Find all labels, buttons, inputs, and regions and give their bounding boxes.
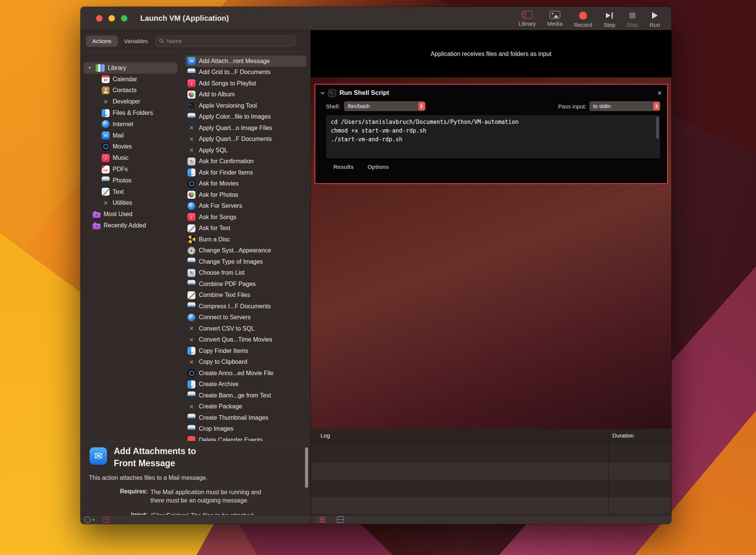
action-item-label: Ask for Photos [199,192,238,198]
sidebar-item-mail[interactable]: Mail [84,130,177,141]
library-footer: ··· ▾ [81,515,310,524]
collapse-chevron-icon[interactable] [321,92,325,94]
script-scrollbar[interactable] [656,117,659,139]
toolbar-label: Stop [627,22,638,28]
action-item-ask-for-servers[interactable]: Ask For Servers [185,201,306,212]
sidebar-item-movies[interactable]: Movies [84,141,177,153]
mail-icon [102,131,110,139]
action-item-apply-sql[interactable]: Apply SQL [185,145,306,156]
sidebar-item-music[interactable]: Music [84,152,177,164]
action-item-create-package[interactable]: Create Package [185,401,306,413]
action-item-create-archive[interactable]: Create Archive [185,379,306,390]
action-item-apply-quart-o-image-files[interactable]: Apply Quart...o Image Files [185,122,306,134]
search-field[interactable] [155,36,296,47]
action-item-create-bann-ge-from-text[interactable]: Create Bann...ge from Text [185,390,306,401]
action-controls: Shell: /bin/bash Pass input: to stdin [315,101,667,111]
action-item-add-grid-to-f-documents[interactable]: Add Grid to...F Documents [185,67,306,78]
close-action-icon[interactable]: × [657,89,662,97]
action-item-ask-for-finder-items[interactable]: Ask for Finder Items [185,167,306,178]
options-tab[interactable]: Options [367,164,389,170]
action-item-burn-a-disc[interactable]: Burn a Disc [185,234,306,245]
action-item-label: Ask for Text [199,225,230,232]
script-editor[interactable]: cd /Users/stanislavbruch/Documents/Pytho… [326,115,660,159]
variables-view-icon[interactable] [337,516,344,523]
sidebar-item-internet[interactable]: Internet [84,119,177,130]
toolbar-record-button[interactable]: Record [574,11,592,28]
log-column-header[interactable]: Log [321,432,330,439]
action-item-add-songs-to-playlist[interactable]: Add Songs to Playlist [185,78,306,89]
action-item-convert-csv-to-sql[interactable]: Convert CSV to SQL [185,323,306,334]
zoom-button[interactable] [121,15,127,22]
log-view-icon[interactable] [318,517,325,523]
pass-input-popup[interactable]: to stdin [589,101,660,111]
toolbar-run-button[interactable]: Run [649,11,660,28]
action-description-panel: ✉ Add Attachments to Front Message This … [81,441,310,515]
toolbar-library-button[interactable]: Library [519,11,536,27]
sidebar-item-calendar[interactable]: Calendar [84,74,177,85]
action-item-change-syst-appearance[interactable]: Change Syst...Appearance [185,245,306,257]
sidebar-item-recently-added[interactable]: Recently Added [84,220,177,231]
sidebar-item-label: Recently Added [104,222,146,229]
duration-column-header[interactable]: Duration [612,432,634,439]
action-item-apply-color-file-to-images[interactable]: Apply Color...file to Images [185,111,306,123]
description-requires: Requires: The Mail application must be r… [81,488,310,505]
music-icon [187,213,195,221]
sidebar-item-files-folders[interactable]: Files & Folders [84,107,177,119]
terminal-icon [187,102,195,110]
xtool-icon [187,135,195,143]
shell-popup[interactable]: /bin/bash [344,101,426,111]
sidebar-item-text[interactable]: Text [84,186,177,198]
action-item-apple-versioning-tool[interactable]: Apple Versioning Tool [185,100,306,111]
sidebar-item-most-used[interactable]: Most Used [84,209,177,220]
action-item-copy-finder-items[interactable]: Copy Finder Items [185,345,306,357]
action-item-change-type-of-images[interactable]: Change Type of Images [185,256,306,267]
toolbar-media-button[interactable]: Media [547,11,563,27]
more-options-icon[interactable]: ··· [84,516,91,523]
minimize-button[interactable] [108,15,115,22]
action-item-label: Ask for Confirmation [199,158,254,165]
action-item-ask-for-photos[interactable]: Ask for Photos [185,189,306,201]
action-item-choose-from-list[interactable]: Choose from List [185,267,306,279]
action-item-combine-text-files[interactable]: Combine Text Files [185,290,306,301]
textedit-icon [187,224,195,232]
action-item-convert-qua-time-movies[interactable]: Convert Qua...Time Movies [185,334,306,346]
sidebar-item-developer[interactable]: Developer [84,96,177,107]
sidebar-item-library[interactable]: ▾Library [84,62,177,74]
action-item-crop-images[interactable]: Crop Images [185,424,306,435]
action-item-ask-for-text[interactable]: Ask for Text [185,223,306,234]
folder-icon [93,224,101,229]
close-button[interactable] [96,15,102,22]
sidebar-item-pdfs[interactable]: PDFs [84,164,177,175]
search-input[interactable] [167,38,292,44]
tab-variables[interactable]: Variables [124,38,148,45]
sidebar-item-utilities[interactable]: Utilities [84,198,177,209]
sidebar-item-photos[interactable]: Photos [84,175,177,186]
action-item-connect-to-servers[interactable]: Connect to Servers [185,312,306,323]
action-item-delete-calendar-events[interactable]: Delete Calendar Events [185,434,306,441]
sidebar-item-contacts[interactable]: Contacts [84,85,177,96]
tab-actions[interactable]: Actions [86,36,118,47]
quicktime-icon [187,369,195,377]
action-item-label: Apply SQL [199,147,228,154]
action-item-copy-to-clipboard[interactable]: Copy to Clipboard [185,357,306,368]
results-tab[interactable]: Results [333,164,354,170]
action-item-combine-pdf-pages[interactable]: Combine PDF Pages [185,278,306,290]
action-item-add-to-album[interactable]: Add to Album [185,89,306,100]
action-item-create-thumbnail-images[interactable]: Create Thumbnail Images [185,412,306,424]
library-pane: Actions Variables ▾LibraryCalendarContac… [81,30,310,524]
action-item-apply-quart-f-documents[interactable]: Apply Quart...F Documents [185,134,306,145]
action-item-label: Copy to Clipboard [199,359,247,365]
automator-icon [187,158,195,165]
show-when-run-icon[interactable] [104,517,110,523]
toolbar-step-button[interactable]: Step [604,11,615,28]
action-item-ask-for-songs[interactable]: Ask for Songs [185,212,306,223]
pdf-icon [102,165,110,173]
action-item-compress-i-f-documents[interactable]: Compress I...F Documents [185,301,306,312]
run-shell-script-action[interactable]: Run Shell Script × Shell: /bin/bash Pass… [314,84,668,184]
action-item-ask-for-movies[interactable]: Ask for Movies [185,178,306,190]
action-item-create-anno-ed-movie-file[interactable]: Create Anno...ed Movie File [185,368,306,379]
action-item-ask-for-confirmation[interactable]: Ask for Confirmation [185,156,306,167]
description-scrollbar[interactable] [305,447,308,488]
disclosure-chevron-icon[interactable]: ▾ [87,65,93,70]
action-item-add-attach-ront-message[interactable]: Add Attach...ront Message [185,56,306,67]
